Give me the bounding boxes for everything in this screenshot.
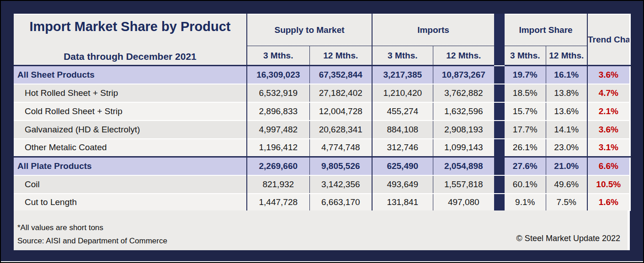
cell-imports-12mths: 2,908,193 [433,121,494,139]
table-row-other-metallic: Other Metalic Coated 1,196,412 4,774,748… [14,139,630,157]
cell-supply-3mths: 6,532,919 [247,84,309,102]
page-subtitle: Data through December 2021 [17,51,243,62]
cell-imports-3mths: 131,841 [372,194,433,212]
group-divider [494,175,505,194]
cell-share-3mths: 18.5% [505,84,546,102]
cell-imports-12mths: 10,873,267 [433,66,494,84]
cell-trend-change: 1.6% [587,194,630,212]
footer-panel: *All values are short tons Source: AISI … [14,210,630,250]
column-group-imports: Imports [372,14,494,46]
column-header-share-3mths: 3 Mths. [505,46,546,66]
table-row-hot-rolled: Hot Rolled Sheet + Strip 6,532,919 27,18… [14,84,630,102]
footnote-units: *All values are short tons [14,221,628,234]
group-divider [494,139,505,157]
column-group-supply-to-market: Supply to Market [247,14,372,46]
column-header-share-12mths: 12 Mths. [546,46,587,66]
cell-supply-12mths: 12,004,728 [309,102,372,121]
group-divider [494,102,505,121]
cell-imports-3mths: 455,274 [372,102,433,121]
table-header-group-row: Import Market Share by Product Data thro… [14,14,630,46]
cell-share-12mths: 21.0% [546,157,587,175]
cell-share-3mths: 19.7% [505,66,546,84]
table-row-cut-to-length: Cut to Length 1,447,728 6,663,170 131,84… [14,194,630,212]
cell-trend-change: 3.6% [587,66,630,84]
page-title: Import Market Share by Product [17,19,243,34]
cell-supply-12mths: 20,628,341 [309,121,372,139]
column-group-import-share: Import Share [505,14,587,46]
table-row-all-sheet-products: All Sheet Products 16,309,023 67,352,844… [14,66,630,84]
table-row-all-plate-products: All Plate Products 2,269,660 9,805,526 6… [14,157,630,175]
cell-share-12mths: 13.6% [546,102,587,121]
title-cell: Import Market Share by Product Data thro… [14,14,247,66]
cell-imports-12mths: 1,099,143 [433,139,494,157]
cell-share-12mths: 7.5% [546,194,587,212]
group-divider [494,157,505,175]
table-row-galvanized: Galvanaized (HD & Electrolyt) 4,997,482 … [14,121,630,139]
cell-imports-3mths: 3,217,385 [372,66,433,84]
cell-share-12mths: 14.1% [546,121,587,139]
row-label: All Sheet Products [14,66,247,84]
cell-trend-change: 4.7% [587,84,630,102]
cell-imports-3mths: 1,210,420 [372,84,433,102]
cell-trend-change: 6.6% [587,157,630,175]
cell-supply-12mths: 9,805,526 [309,157,372,175]
column-header-trend-change: Trend Change [587,14,630,66]
cell-share-3mths: 60.1% [505,175,546,194]
cell-imports-12mths: 3,762,882 [433,84,494,102]
cell-trend-change: 10.5% [587,175,630,194]
row-label: Other Metalic Coated [14,139,247,157]
column-header-imports-3mths: 3 Mths. [372,46,433,66]
column-header-supply-12mths: 12 Mths. [309,46,372,66]
cell-supply-12mths: 6,663,170 [309,194,372,212]
cell-trend-change: 3.1% [587,139,630,157]
cell-imports-12mths: 497,080 [433,194,494,212]
cell-supply-12mths: 4,774,748 [309,139,372,157]
cell-share-3mths: 15.7% [505,102,546,121]
copyright-text: © Steel Market Update 2022 [516,234,620,243]
cell-supply-3mths: 2,269,660 [247,157,309,175]
cell-supply-12mths: 67,352,844 [309,66,372,84]
cell-share-12mths: 16.1% [546,66,587,84]
cell-imports-3mths: 884,108 [372,121,433,139]
cell-trend-change: 2.1% [587,102,630,121]
cell-imports-12mths: 1,632,596 [433,102,494,121]
cell-supply-3mths: 1,196,412 [247,139,309,157]
cell-trend-change: 3.6% [587,121,630,139]
cell-imports-3mths: 493,649 [372,175,433,194]
cell-supply-3mths: 4,997,482 [247,121,309,139]
group-divider [494,66,505,84]
cell-share-12mths: 13.8% [546,84,587,102]
cell-imports-12mths: 1,557,818 [433,175,494,194]
table-row-cold-rolled: Cold Rolled Sheet + Strip 2,896,833 12,0… [14,102,630,121]
cell-share-3mths: 9.1% [505,194,546,212]
cell-share-3mths: 17.7% [505,121,546,139]
cell-imports-3mths: 312,746 [372,139,433,157]
group-divider [494,14,505,66]
group-divider [494,121,505,139]
group-divider [494,194,505,212]
cell-imports-3mths: 625,490 [372,157,433,175]
column-header-imports-12mths: 12 Mths. [433,46,494,66]
cell-supply-3mths: 16,309,023 [247,66,309,84]
cell-imports-12mths: 2,054,898 [433,157,494,175]
cell-share-12mths: 49.6% [546,175,587,194]
row-label: Cold Rolled Sheet + Strip [14,102,247,121]
cell-supply-3mths: 2,896,833 [247,102,309,121]
cell-share-12mths: 23.0% [546,139,587,157]
import-market-share-table: Import Market Share by Product Data thro… [14,14,631,212]
cell-share-3mths: 27.6% [505,157,546,175]
row-label: Hot Rolled Sheet + Strip [14,84,247,102]
cell-supply-3mths: 1,447,728 [247,194,309,212]
row-label: Coil [14,175,247,194]
cell-share-3mths: 26.1% [505,139,546,157]
group-divider [494,84,505,102]
row-label: Galvanaized (HD & Electrolyt) [14,121,247,139]
cell-supply-12mths: 3,142,356 [309,175,372,194]
row-label: All Plate Products [14,157,247,175]
table-row-coil: Coil 821,932 3,142,356 493,649 1,557,818… [14,175,630,194]
column-header-supply-3mths: 3 Mths. [247,46,309,66]
cell-supply-3mths: 821,932 [247,175,309,194]
cell-supply-12mths: 27,182,402 [309,84,372,102]
row-label: Cut to Length [14,194,247,212]
